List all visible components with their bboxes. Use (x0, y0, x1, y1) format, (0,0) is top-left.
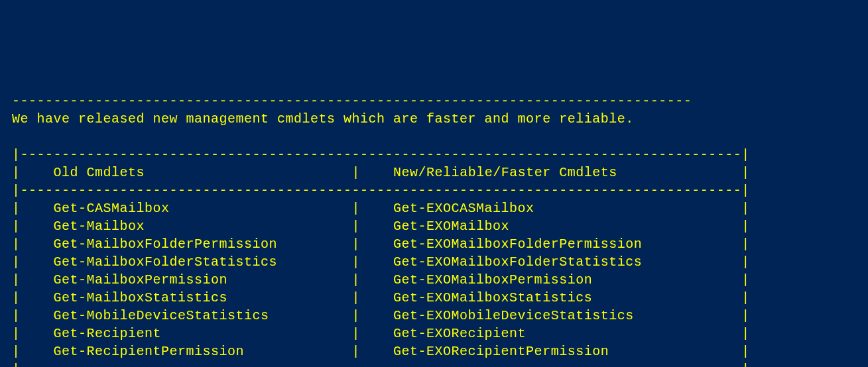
table-border-bottom: |---------------------------------------… (12, 362, 750, 367)
table-border-top: |---------------------------------------… (12, 147, 750, 162)
intro-message: We have released new management cmdlets … (12, 111, 634, 127)
table-rows-container: | Get-CASMailbox | Get-EXOCASMailbox | |… (12, 201, 750, 359)
divider-top: ----------------------------------------… (12, 93, 692, 109)
table-border-mid: |---------------------------------------… (12, 183, 750, 198)
terminal-output: ----------------------------------------… (12, 74, 856, 367)
table-header-row: | Old Cmdlets | New/Reliable/Faster Cmdl… (12, 165, 750, 180)
header-new-cmdlets: New/Reliable/Faster Cmdlets (393, 165, 617, 180)
header-old-cmdlets: Old Cmdlets (54, 165, 145, 180)
